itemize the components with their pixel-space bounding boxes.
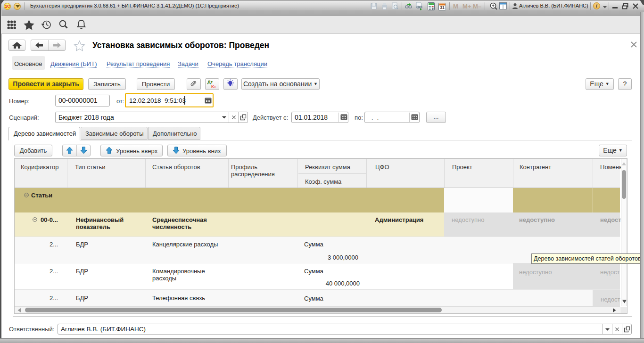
svg-text:31: 31 xyxy=(440,5,445,10)
